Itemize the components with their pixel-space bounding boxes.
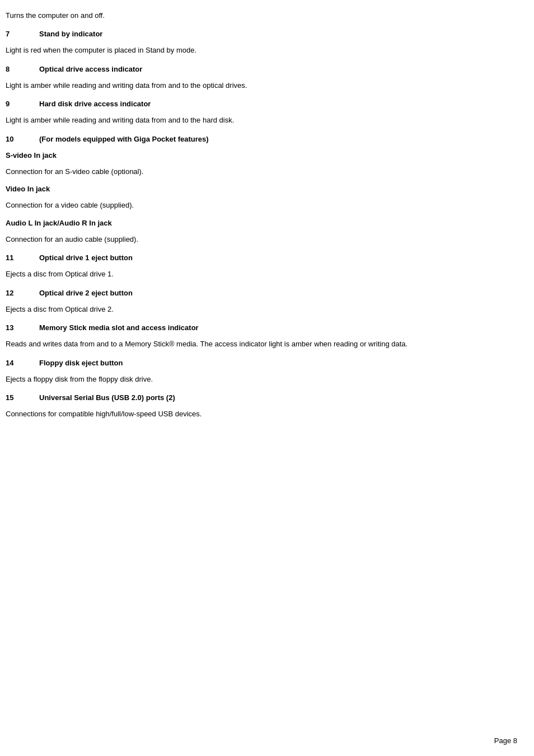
- section-description: Ejects a floppy disk from the floppy dis…: [6, 374, 517, 385]
- section: 14Floppy disk eject buttonEjects a flopp…: [6, 359, 517, 385]
- section-header: 8Optical drive access indicator: [6, 65, 517, 73]
- section-title: Optical drive 2 eject button: [39, 289, 133, 297]
- sub-section: Audio L In jack/Audio R In jackConnectio…: [6, 219, 517, 245]
- section-number: 8: [6, 65, 39, 73]
- section-number: 11: [6, 253, 39, 262]
- section: 12Optical drive 2 eject buttonEjects a d…: [6, 289, 517, 315]
- section-title: Hard disk drive access indicator: [39, 100, 151, 108]
- section: 13Memory Stick media slot and access ind…: [6, 323, 517, 350]
- section-description: Light is amber while reading and writing…: [6, 115, 517, 126]
- sub-section-title: S-video In jack: [6, 151, 517, 159]
- page-footer: Page 8: [494, 736, 517, 745]
- section-title: Optical drive 1 eject button: [39, 253, 133, 262]
- section-number: 7: [6, 30, 39, 38]
- section-header: 9Hard disk drive access indicator: [6, 100, 517, 108]
- section-header: 11Optical drive 1 eject button: [6, 253, 517, 262]
- section-description: Light is red when the computer is placed…: [6, 45, 517, 56]
- section-description: Connections for compatible high/full/low…: [6, 408, 517, 420]
- section: 7Stand by indicatorLight is red when the…: [6, 30, 517, 56]
- section-title: Memory Stick media slot and access indic…: [39, 323, 199, 332]
- section-number: 13: [6, 323, 39, 332]
- section: 15Universal Serial Bus (USB 2.0) ports (…: [6, 393, 517, 420]
- sub-section: S-video In jackConnection for an S-video…: [6, 151, 517, 177]
- intro-text: Turns the computer on and off.: [6, 11, 517, 20]
- section: 11Optical drive 1 eject buttonEjects a d…: [6, 253, 517, 280]
- sub-section-title: Video In jack: [6, 185, 517, 193]
- section-header: 10(For models equipped with Giga Pocket …: [6, 135, 517, 143]
- sub-section: Video In jackConnection for a video cabl…: [6, 185, 517, 211]
- section-header: 12Optical drive 2 eject button: [6, 289, 517, 297]
- section-number: 15: [6, 393, 39, 402]
- section-header: 7Stand by indicator: [6, 30, 517, 38]
- section-header: 13Memory Stick media slot and access ind…: [6, 323, 517, 332]
- section-number: 12: [6, 289, 39, 297]
- section-number: 10: [6, 135, 39, 143]
- section-description: Light is amber while reading and writing…: [6, 80, 517, 91]
- section-description: Ejects a disc from Optical drive 2.: [6, 304, 517, 315]
- section: 9Hard disk drive access indicatorLight i…: [6, 100, 517, 126]
- section-number: 14: [6, 359, 39, 367]
- section-title: (For models equipped with Giga Pocket fe…: [39, 135, 209, 143]
- sub-section-description: Connection for an audio cable (supplied)…: [6, 234, 517, 245]
- section-description: Ejects a disc from Optical drive 1.: [6, 269, 517, 280]
- section-header: 14Floppy disk eject button: [6, 359, 517, 367]
- section-title: Optical drive access indicator: [39, 65, 142, 73]
- section-title: Stand by indicator: [39, 30, 102, 38]
- section: 8Optical drive access indicatorLight is …: [6, 65, 517, 91]
- sub-section-title: Audio L In jack/Audio R In jack: [6, 219, 517, 227]
- sub-section-description: Connection for an S-video cable (optiona…: [6, 166, 517, 177]
- section-description: Reads and writes data from and to a Memo…: [6, 339, 517, 350]
- section: 10(For models equipped with Giga Pocket …: [6, 135, 517, 245]
- section-title: Floppy disk eject button: [39, 359, 123, 367]
- section-header: 15Universal Serial Bus (USB 2.0) ports (…: [6, 393, 517, 402]
- section-number: 9: [6, 100, 39, 108]
- section-title: Universal Serial Bus (USB 2.0) ports (2): [39, 393, 175, 402]
- sub-section-description: Connection for a video cable (supplied).: [6, 200, 517, 211]
